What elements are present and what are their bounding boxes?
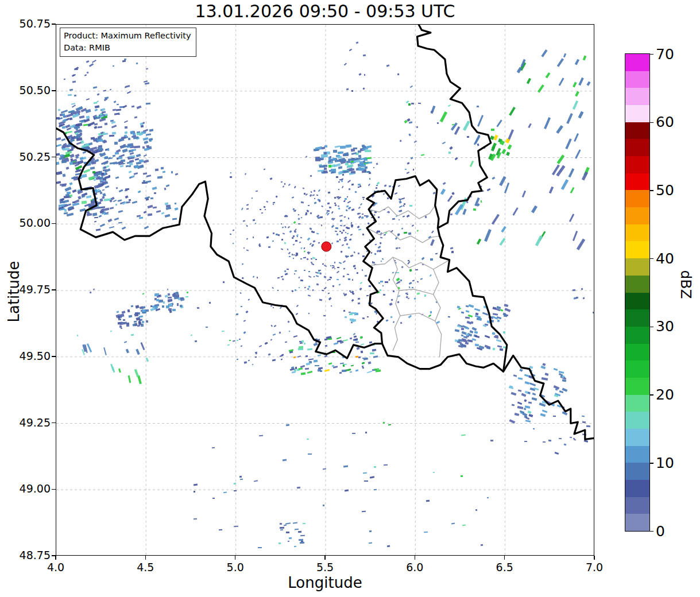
colorbar-segment: [625, 156, 649, 173]
colorbar-segment: [625, 122, 649, 139]
colorbar-segment: [625, 139, 649, 156]
product-info-line2: Data: RMIB: [64, 42, 191, 54]
borders-layer: [56, 25, 594, 555]
y-tickmark: [52, 422, 56, 424]
colorbar-tickmark: [650, 531, 653, 532]
colorbar-segment: [625, 479, 649, 497]
y-tick-label: 50.00: [16, 216, 51, 229]
y-tickmark: [52, 24, 56, 25]
colorbar-segment: [625, 88, 649, 105]
colorbar-tickmark: [650, 54, 653, 55]
colorbar-segment: [625, 497, 649, 514]
x-tick-label: 4.0: [47, 561, 64, 573]
radar-map-figure: 13.01.2026 09:50 - 09:53 UTC Product: Ma…: [0, 0, 700, 597]
x-tickmark: [235, 556, 236, 560]
colorbar-segment: [625, 190, 649, 207]
x-tickmark: [415, 556, 416, 560]
canton-border: [367, 228, 440, 243]
x-tick-label: 7.0: [586, 561, 603, 573]
y-tick-label: 48.75: [16, 549, 51, 561]
y-tick-label: 49.50: [16, 350, 51, 362]
y-tickmark: [52, 223, 56, 224]
y-tickmark: [52, 489, 56, 490]
y-tick-label: 50.75: [16, 17, 51, 30]
canton-border: [400, 313, 435, 321]
colorbar-tick-label: 50: [656, 182, 674, 199]
canton-border: [372, 257, 450, 269]
colorbar-segment: [625, 275, 649, 292]
colorbar-segment: [625, 377, 649, 394]
colorbar-tick-label: 70: [656, 46, 674, 63]
country-border: [56, 129, 594, 440]
canton-border: [434, 269, 442, 357]
colorbar-segment: [625, 343, 649, 360]
canton-border: [399, 289, 433, 294]
colorbar-tickmark: [650, 258, 653, 259]
colorbar-segment: [625, 241, 649, 258]
colorbar-tickmark: [650, 327, 653, 328]
colorbar-tick-label: 10: [656, 455, 674, 471]
y-tickmark: [52, 157, 56, 158]
colorbar-tick-label: 30: [656, 318, 674, 335]
y-tickmark: [52, 90, 56, 91]
y-tickmark: [52, 555, 56, 556]
colorbar-label: dBZ: [678, 262, 694, 308]
colorbar-segment: [625, 514, 649, 531]
country-border: [363, 176, 439, 344]
colorbar-segment: [625, 173, 649, 190]
x-tickmark: [324, 556, 326, 560]
colorbar-segment: [625, 224, 649, 241]
colorbar-tickmark: [650, 463, 653, 464]
figure-title: 13.01.2026 09:50 - 09:53 UTC: [56, 1, 594, 21]
y-tick-label: 50.50: [16, 84, 51, 96]
colorbar-tick-label: 40: [656, 250, 674, 267]
radar-site-marker: [322, 242, 331, 251]
canton-border: [393, 257, 400, 350]
colorbar-segment: [625, 412, 649, 429]
map-plot-area: Product: Maximum Reflectivity Data: RMIB: [56, 24, 594, 556]
colorbar-segment: [625, 309, 649, 327]
x-tickmark: [145, 556, 146, 560]
colorbar-segment: [625, 360, 649, 378]
colorbar-segment: [625, 71, 649, 88]
y-tick-label: 49.00: [16, 482, 51, 495]
colorbar-segment: [625, 292, 649, 309]
x-tick-label: 5.5: [316, 561, 334, 573]
x-tick-label: 4.5: [137, 561, 154, 573]
colorbar-segment: [625, 207, 649, 224]
colorbar: [625, 53, 650, 532]
colorbar-tick-label: 0: [656, 523, 665, 540]
product-info-line1: Product: Maximum Reflectivity: [64, 30, 191, 42]
x-tickmark: [55, 556, 56, 560]
colorbar-segment: [625, 445, 649, 463]
x-tick-label: 6.0: [406, 561, 423, 573]
colorbar-tick-label: 60: [656, 114, 674, 130]
colorbar-tickmark: [650, 122, 653, 123]
colorbar-segment: [625, 54, 649, 71]
colorbar-segment: [625, 428, 649, 445]
y-axis-label: Latitude: [5, 257, 22, 326]
x-tickmark: [504, 556, 505, 560]
colorbar-segment: [625, 258, 649, 276]
colorbar-segment: [625, 326, 649, 343]
colorbar-segment: [625, 463, 649, 480]
y-tick-label: 50.25: [16, 150, 51, 162]
y-tickmark: [52, 289, 56, 290]
colorbar-segment: [625, 394, 649, 412]
colorbar-tickmark: [650, 190, 653, 191]
colorbar-tick-label: 20: [656, 386, 674, 403]
x-tickmark: [594, 556, 595, 560]
product-info-box: Product: Maximum Reflectivity Data: RMIB: [60, 28, 196, 57]
x-axis-label: Longitude: [56, 574, 594, 591]
y-tick-label: 49.25: [16, 416, 51, 428]
x-tick-label: 6.5: [496, 561, 513, 573]
country-border: [417, 25, 507, 371]
colorbar-segment: [625, 105, 649, 122]
colorbar-tickmark: [650, 394, 653, 396]
y-tickmark: [52, 356, 56, 357]
canton-border: [369, 206, 435, 219]
x-tick-label: 5.0: [227, 561, 244, 573]
